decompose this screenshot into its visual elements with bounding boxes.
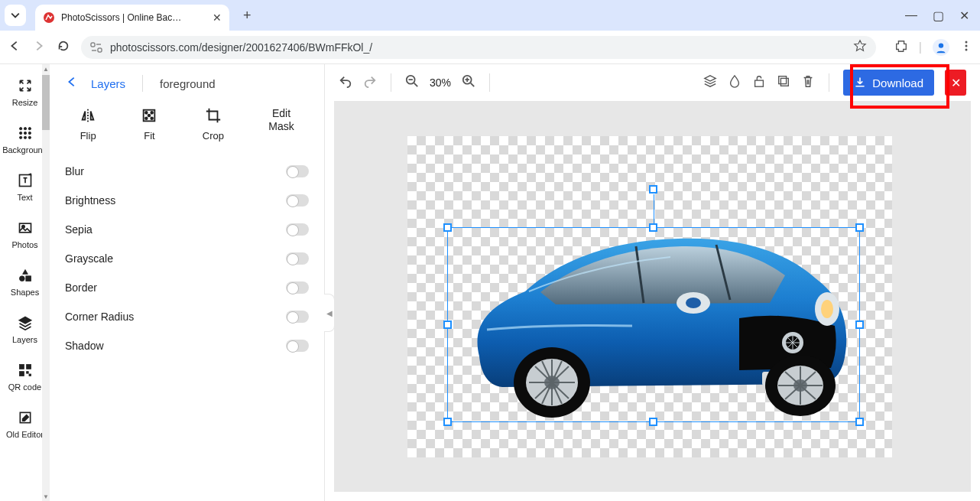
layer-name: foreground (160, 77, 216, 90)
favicon-icon (43, 11, 55, 24)
top-toolbar: 30% Download ✕ (325, 64, 980, 101)
svg-point-15 (28, 136, 31, 138)
svg-point-32 (151, 117, 154, 119)
prop-border[interactable]: Border (65, 273, 309, 302)
prop-corner-radius[interactable]: Corner Radius (65, 302, 309, 331)
maximize-icon[interactable]: ▢ (933, 8, 944, 23)
svg-rect-23 (19, 372, 24, 376)
zoom-out-icon[interactable] (405, 74, 419, 91)
back-icon[interactable] (8, 39, 21, 56)
tab-list-dropdown[interactable] (5, 5, 26, 26)
svg-rect-37 (779, 76, 787, 84)
switch-grayscale[interactable] (286, 252, 309, 265)
crop-button[interactable]: Crop (203, 107, 224, 142)
canvas-background[interactable] (334, 101, 971, 492)
svg-point-8 (24, 128, 26, 130)
svg-point-12 (28, 132, 31, 134)
prop-shadow[interactable]: Shadow (65, 331, 309, 360)
rail-scrollbar[interactable]: ▲ ▼ (42, 64, 50, 501)
back-to-layers-icon[interactable] (65, 75, 79, 92)
svg-point-31 (145, 117, 148, 119)
prop-blur[interactable]: Blur (65, 157, 309, 186)
browser-tab[interactable]: PhotoScissors | Online Backgro ✕ (35, 5, 229, 31)
properties-panel: Layers foreground Flip Fit Crop Edit Mas… (50, 64, 325, 501)
switch-shadow[interactable] (286, 340, 309, 352)
handle-br[interactable] (855, 418, 864, 426)
collapse-panel-tab[interactable]: ◀ (324, 294, 335, 332)
extensions-icon[interactable] (894, 39, 908, 56)
address-bar[interactable]: photoscissors.com/designer/2001627406/BW… (81, 36, 876, 59)
site-settings-icon[interactable] (90, 41, 102, 54)
edit-mask-button[interactable]: Edit Mask (268, 107, 294, 142)
handle-bc[interactable] (649, 418, 657, 426)
svg-point-29 (151, 112, 154, 114)
svg-rect-22 (26, 365, 31, 369)
prop-brightness[interactable]: Brightness (65, 186, 309, 215)
svg-point-0 (44, 12, 54, 23)
rotate-handle[interactable] (649, 185, 657, 194)
download-icon (854, 76, 866, 89)
svg-point-28 (145, 112, 148, 114)
left-rail: Resize Background Text Photos Shapes Lay… (0, 64, 50, 501)
copy-icon[interactable] (777, 74, 790, 91)
tab-title: PhotoScissors | Online Backgro (61, 12, 183, 23)
svg-point-9 (28, 128, 31, 130)
svg-rect-21 (19, 365, 24, 369)
switch-brightness[interactable] (286, 194, 309, 207)
svg-point-11 (24, 132, 26, 134)
svg-rect-36 (781, 78, 789, 86)
svg-point-5 (965, 44, 968, 47)
layers-link[interactable]: Layers (91, 77, 125, 90)
undo-icon[interactable] (339, 74, 352, 91)
svg-point-30 (148, 115, 151, 117)
zoom-level: 30% (430, 76, 451, 89)
svg-rect-2 (98, 48, 102, 52)
new-tab-button[interactable]: + (243, 8, 251, 24)
svg-rect-35 (755, 80, 764, 86)
canvas-area: 30% Download ✕ ◀ (325, 64, 980, 501)
svg-point-7 (19, 128, 21, 130)
bookmark-icon[interactable] (853, 39, 867, 56)
switch-corner-radius[interactable] (286, 311, 309, 323)
unlock-icon[interactable] (752, 74, 766, 91)
prop-grayscale[interactable]: Grayscale (65, 244, 309, 273)
window-close-icon[interactable]: ✕ (959, 8, 969, 23)
svg-point-4 (965, 41, 968, 43)
zoom-in-icon[interactable] (462, 74, 475, 91)
handle-bl[interactable] (443, 418, 452, 426)
handle-mr[interactable] (855, 320, 864, 329)
svg-point-6 (965, 48, 968, 50)
trash-icon[interactable] (801, 74, 815, 91)
minimize-icon[interactable]: — (905, 8, 917, 22)
selection-box[interactable] (447, 227, 860, 422)
switch-border[interactable] (286, 281, 309, 294)
handle-tl[interactable] (443, 223, 452, 232)
svg-point-14 (24, 136, 26, 138)
svg-rect-20 (25, 276, 31, 281)
svg-point-3 (939, 43, 943, 47)
download-button[interactable]: Download (843, 70, 934, 96)
switch-sepia[interactable] (286, 223, 309, 236)
profile-avatar[interactable] (933, 39, 949, 56)
reload-icon[interactable] (57, 39, 70, 56)
svg-point-19 (19, 276, 24, 281)
tab-close-icon[interactable]: ✕ (213, 11, 222, 24)
switch-blur[interactable] (286, 165, 309, 177)
svg-point-10 (19, 132, 21, 134)
url-text: photoscissors.com/designer/2001627406/BW… (110, 41, 845, 54)
menu-icon[interactable] (960, 40, 972, 55)
droplet-icon[interactable] (728, 74, 741, 91)
handle-tc[interactable] (649, 223, 657, 232)
svg-point-13 (19, 136, 21, 138)
layers-icon[interactable] (703, 74, 717, 91)
svg-rect-25 (29, 374, 31, 376)
redo-icon[interactable] (363, 74, 377, 91)
close-button[interactable]: ✕ (945, 70, 966, 96)
svg-rect-1 (91, 43, 95, 47)
flip-button[interactable]: Flip (80, 107, 96, 142)
prop-sepia[interactable]: Sepia (65, 215, 309, 244)
handle-tr[interactable] (855, 223, 864, 232)
forward-icon (32, 39, 46, 56)
handle-ml[interactable] (443, 320, 452, 329)
fit-button[interactable]: Fit (141, 107, 157, 142)
